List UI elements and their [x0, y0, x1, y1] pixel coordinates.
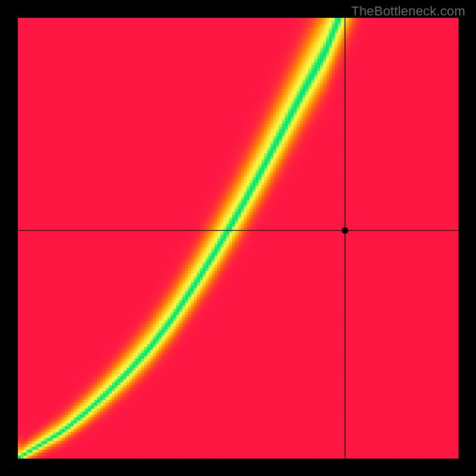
- overlay-canvas: [0, 0, 476, 476]
- chart-container: TheBottleneck.com: [0, 0, 476, 476]
- watermark-text: TheBottleneck.com: [351, 4, 465, 19]
